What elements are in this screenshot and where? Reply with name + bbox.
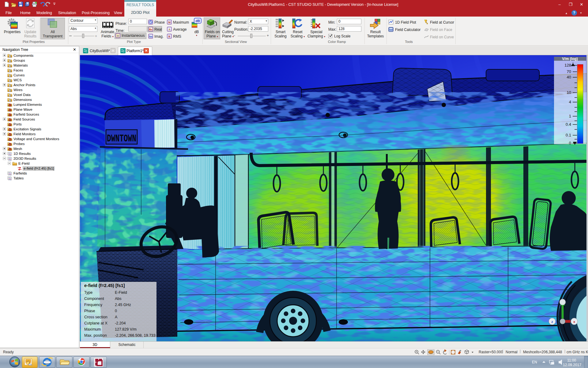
svg-text:A: A xyxy=(115,315,118,319)
svg-text:Wires: Wires xyxy=(13,88,23,92)
svg-text:Curves: Curves xyxy=(13,73,25,77)
svg-text:Farfields: Farfields xyxy=(13,171,27,175)
svg-text:Ports: Ports xyxy=(13,122,22,126)
svg-text:M: M xyxy=(168,21,171,24)
svg-text:Field Monitors: Field Monitors xyxy=(13,132,36,136)
svg-text:128: 128 xyxy=(564,63,571,67)
svg-text:70: 70 xyxy=(567,69,571,74)
svg-text:Farfield Sources: Farfield Sources xyxy=(13,113,39,116)
svg-text:2D/3D Results: 2D/3D Results xyxy=(13,157,36,160)
svg-text:Voxel Data: Voxel Data xyxy=(13,93,31,97)
svg-text:Faces: Faces xyxy=(13,68,23,72)
svg-text:x: x xyxy=(573,320,575,324)
svg-text:Mesh: Mesh xyxy=(13,147,22,151)
svg-text:E-Field: E-Field xyxy=(115,290,127,295)
svg-text:Type: Type xyxy=(84,290,92,295)
svg-text:Component: Component xyxy=(84,297,104,301)
svg-text:0: 0 xyxy=(569,141,571,145)
svg-text:Probes: Probes xyxy=(13,142,25,146)
svg-text:(t): (t) xyxy=(117,35,119,37)
svg-text:Cutplane at X: Cutplane at X xyxy=(84,321,107,325)
svg-text:-2.204, 266.508, 19.733: -2.204, 266.508, 19.733 xyxy=(115,333,156,338)
svg-text:Phase: Phase xyxy=(84,309,95,313)
svg-text:Frequency: Frequency xyxy=(84,303,103,307)
svg-text:e-field (f=2.45) [fs1]: e-field (f=2.45) [fs1] xyxy=(84,283,125,288)
svg-text:dB: dB xyxy=(195,19,200,23)
svg-text:Cross section: Cross section xyxy=(84,315,107,319)
svg-text:127.829 V/m: 127.829 V/m xyxy=(115,327,137,332)
svg-text:Components: Components xyxy=(13,54,33,57)
svg-text:A: A xyxy=(168,28,171,31)
svg-text:Tables: Tables xyxy=(13,176,24,180)
svg-text:Lumped Elements: Lumped Elements xyxy=(13,103,42,106)
svg-text:40: 40 xyxy=(567,75,571,79)
svg-text:Voltage and Current Monitors: Voltage and Current Monitors xyxy=(13,137,59,141)
svg-text:R: R xyxy=(168,35,171,38)
svg-text:Materials: Materials xyxy=(13,63,28,67)
svg-text:0.1: 0.1 xyxy=(566,133,571,137)
svg-text:Abs: Abs xyxy=(115,297,122,301)
svg-text:EN: EN xyxy=(532,360,537,364)
svg-text:V/m (log): V/m (log) xyxy=(562,57,578,61)
svg-text:Maximum: Maximum xyxy=(84,327,101,332)
svg-text:0.4: 0.4 xyxy=(566,122,571,127)
svg-text:Field Sources: Field Sources xyxy=(13,117,35,121)
svg-text:11:00: 11:00 xyxy=(567,358,576,362)
svg-text:1D Results: 1D Results xyxy=(13,152,31,155)
svg-text:1: 1 xyxy=(569,114,571,118)
svg-text:0: 0 xyxy=(115,309,117,313)
svg-text:Groups: Groups xyxy=(13,59,25,62)
svg-text:4: 4 xyxy=(569,100,571,104)
svg-text:Max. position: Max. position xyxy=(84,333,107,338)
svg-text:10: 10 xyxy=(567,90,571,95)
svg-text:E-Field: E-Field xyxy=(18,162,29,165)
svg-text:e-field (f=2.45) [fs1]: e-field (f=2.45) [fs1] xyxy=(24,167,54,170)
svg-text:WCS: WCS xyxy=(13,78,22,82)
svg-text:Excitation Signals: Excitation Signals xyxy=(13,127,41,131)
svg-text:Dimensions: Dimensions xyxy=(13,98,32,102)
svg-text:Anchor Points: Anchor Points xyxy=(13,83,36,87)
svg-text:2.45 GHz: 2.45 GHz xyxy=(115,303,131,307)
svg-text:z: z xyxy=(551,320,553,324)
svg-text:Re: Re xyxy=(149,28,153,31)
svg-text:DWNTOWN: DWNTOWN xyxy=(107,133,136,144)
svg-text:-2.204: -2.204 xyxy=(115,321,126,325)
svg-text:Plane Wave: Plane Wave xyxy=(13,108,32,111)
svg-text:Im: Im xyxy=(149,35,153,38)
svg-text:12.09.2017: 12.09.2017 xyxy=(563,363,581,367)
